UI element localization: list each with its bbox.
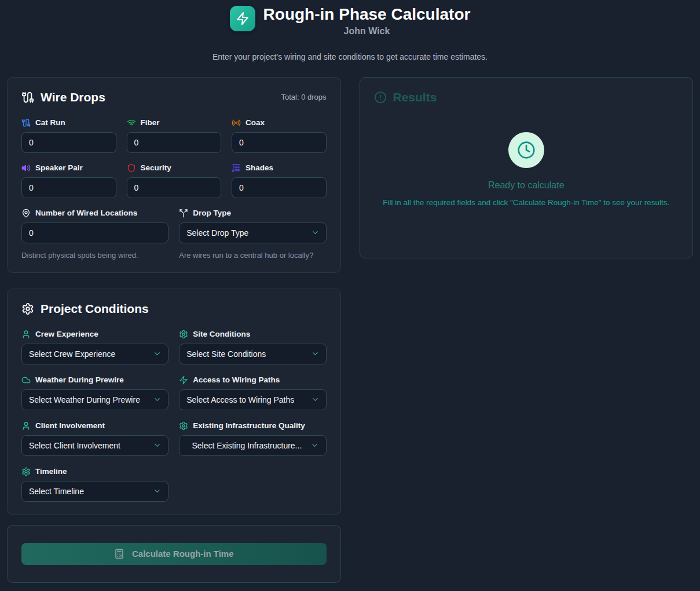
site-conditions-field: Site Conditions Select Site Conditions bbox=[179, 330, 326, 364]
cable-icon bbox=[21, 118, 31, 127]
radio-icon bbox=[232, 118, 241, 127]
results-card: Results Ready to calculate Fill in all t… bbox=[360, 77, 694, 258]
timeline-field: Timeline Select Timeline bbox=[21, 467, 168, 502]
wired-locations-field: Number of Wired Locations Distinct physi… bbox=[21, 209, 168, 260]
chevron-down-icon bbox=[311, 395, 320, 404]
page-subtitle: John Wick bbox=[263, 26, 471, 37]
crew-experience-label: Crew Experience bbox=[35, 330, 98, 338]
results-status: Ready to calculate bbox=[488, 180, 565, 191]
fiber-field: Fiber bbox=[127, 118, 222, 153]
wired-locations-input[interactable] bbox=[21, 222, 168, 243]
alert-circle-icon bbox=[374, 91, 387, 104]
drop-type-helper: Are wires run to a central hub or locall… bbox=[179, 251, 326, 260]
total-drops-counter: Total: 0 drops bbox=[281, 93, 326, 101]
gear-icon bbox=[21, 302, 34, 315]
cat-run-field: Cat Run bbox=[21, 118, 116, 153]
gear-icon bbox=[179, 421, 188, 431]
fiber-input[interactable] bbox=[127, 132, 222, 153]
wire-drops-card: Wire Drops Total: 0 drops Cat Run bbox=[7, 77, 341, 273]
infrastructure-quality-label: Existing Infrastructure Quality bbox=[193, 421, 305, 430]
shades-field: Shades bbox=[232, 163, 327, 198]
cat-run-input[interactable] bbox=[21, 132, 116, 153]
drop-type-label: Drop Type bbox=[193, 209, 231, 217]
gear-icon bbox=[21, 467, 31, 476]
crew-experience-field: Crew Experience Select Crew Experience bbox=[21, 330, 168, 364]
user-icon bbox=[21, 421, 31, 431]
coax-field: Coax bbox=[232, 118, 327, 153]
tagline: Enter your project's wiring and site con… bbox=[7, 52, 693, 61]
clock-badge bbox=[508, 132, 544, 168]
speaker-pair-label: Speaker Pair bbox=[35, 163, 83, 172]
split-icon bbox=[179, 209, 188, 218]
client-involvement-field: Client Involvement Select Client Involve… bbox=[21, 421, 168, 456]
site-conditions-label: Site Conditions bbox=[193, 330, 250, 338]
shades-label: Shades bbox=[245, 163, 273, 172]
project-conditions-title: Project Conditions bbox=[21, 302, 149, 316]
security-input[interactable] bbox=[127, 177, 222, 198]
zap-icon bbox=[179, 375, 188, 385]
timeline-label: Timeline bbox=[35, 467, 67, 476]
drop-type-field: Drop Type Select Drop Type Are wires run… bbox=[179, 209, 326, 260]
chevron-down-icon bbox=[311, 228, 320, 237]
wiring-access-select[interactable]: Select Access to Wiring Paths bbox=[179, 389, 326, 410]
infrastructure-quality-select[interactable]: Select Existing Infrastructure... bbox=[179, 435, 326, 456]
map-pin-icon bbox=[21, 209, 31, 218]
chevron-down-icon bbox=[153, 487, 162, 495]
speaker-pair-input[interactable] bbox=[21, 177, 116, 198]
speaker-pair-field: Speaker Pair bbox=[21, 163, 116, 198]
drop-type-select[interactable]: Select Drop Type bbox=[179, 222, 326, 243]
wire-drops-title: Wire Drops bbox=[21, 90, 105, 104]
chevron-down-icon bbox=[153, 395, 162, 404]
zap-icon bbox=[236, 12, 250, 25]
blinds-icon bbox=[232, 163, 241, 173]
coax-input[interactable] bbox=[232, 132, 327, 153]
cable-icon bbox=[21, 91, 34, 104]
results-title: Results bbox=[374, 90, 679, 104]
shades-input[interactable] bbox=[232, 177, 327, 198]
security-field: Security bbox=[127, 163, 222, 198]
chevron-down-icon bbox=[311, 349, 320, 358]
weather-field: Weather During Prewire Select Weather Du… bbox=[21, 375, 168, 410]
coax-label: Coax bbox=[245, 118, 265, 127]
app-header: Rough-in Phase Calculator John Wick Ente… bbox=[7, 0, 693, 61]
fiber-label: Fiber bbox=[141, 118, 160, 127]
wiring-access-field: Access to Wiring Paths Select Access to … bbox=[179, 375, 326, 410]
site-conditions-select[interactable]: Select Site Conditions bbox=[179, 344, 326, 364]
volume-icon bbox=[21, 163, 31, 173]
app-logo bbox=[230, 6, 255, 31]
rough-in-calculator-page: Rough-in Phase Calculator John Wick Ente… bbox=[0, 0, 700, 583]
client-involvement-label: Client Involvement bbox=[35, 421, 105, 430]
weather-label: Weather During Prewire bbox=[35, 375, 124, 384]
security-label: Security bbox=[141, 163, 171, 172]
results-instruction: Fill in all the required fields and clic… bbox=[383, 198, 669, 207]
cat-run-label: Cat Run bbox=[35, 118, 65, 127]
calculate-button[interactable]: Calculate Rough-in Time bbox=[21, 543, 327, 565]
crew-experience-select[interactable]: Select Crew Experience bbox=[21, 344, 168, 364]
infrastructure-quality-field: Existing Infrastructure Quality Select E… bbox=[179, 421, 326, 456]
timeline-select[interactable]: Select Timeline bbox=[21, 481, 168, 502]
project-conditions-card: Project Conditions Crew Experience Selec… bbox=[7, 289, 341, 515]
cloud-icon bbox=[21, 375, 31, 385]
clock-icon bbox=[517, 141, 536, 159]
page-title: Rough-in Phase Calculator bbox=[263, 5, 471, 24]
wiring-access-label: Access to Wiring Paths bbox=[193, 375, 280, 384]
user-icon bbox=[21, 330, 31, 339]
calculate-card: Calculate Rough-in Time bbox=[7, 525, 341, 583]
shield-icon bbox=[127, 163, 136, 173]
chevron-down-icon bbox=[153, 441, 162, 450]
wired-locations-helper: Distinct physical spots being wired. bbox=[21, 251, 168, 260]
calculator-icon bbox=[114, 549, 124, 559]
weather-select[interactable]: Select Weather During Prewire bbox=[21, 389, 168, 410]
chevron-down-icon bbox=[153, 349, 162, 358]
chevron-down-icon bbox=[310, 441, 319, 450]
wifi-icon bbox=[127, 118, 136, 127]
client-involvement-select[interactable]: Select Client Involvement bbox=[21, 435, 168, 456]
wired-locations-label: Number of Wired Locations bbox=[35, 209, 137, 217]
gear-icon bbox=[179, 330, 188, 339]
